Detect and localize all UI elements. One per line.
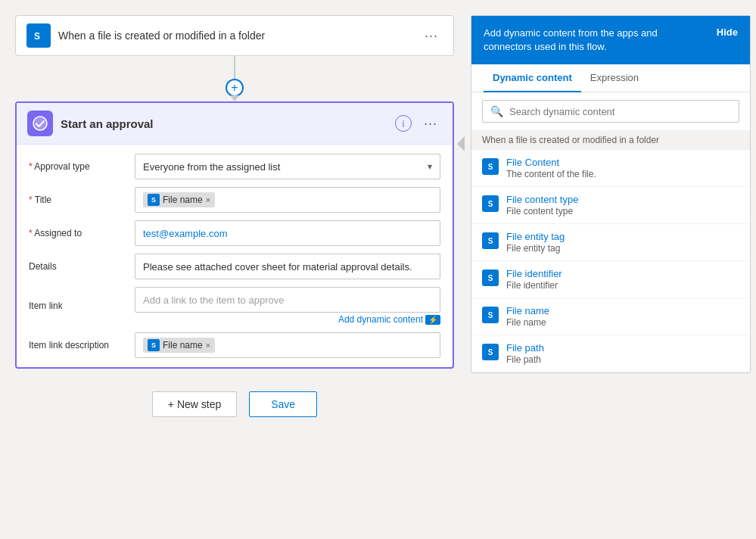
item-link-desc-chip-text: File name — [163, 340, 203, 351]
details-value: Please see attached cover sheet for mate… — [143, 261, 412, 273]
dynamic-item-text: File entity tag File entity tag — [506, 231, 565, 254]
item-link-desc-chip: S File name × — [143, 338, 215, 353]
connector-arrow — [230, 95, 239, 101]
title-chip-text: File name — [163, 195, 203, 205]
dynamic-item-icon: S — [482, 195, 499, 212]
approval-type-select[interactable]: Everyone from the assigned list ▾ — [135, 154, 440, 179]
item-link-input[interactable]: Add a link to the item to approve — [135, 287, 440, 313]
approval-type-value: Everyone from the assigned list — [143, 161, 280, 173]
title-row: Title S File name × — [29, 187, 440, 213]
item-link-desc-label: Item link description — [29, 340, 127, 351]
dynamic-item-desc: File identifier — [506, 280, 562, 291]
title-label: Title — [29, 195, 127, 205]
dynamic-item-text: File path File path — [506, 342, 544, 365]
approval-type-row: Approval type Everyone from the assigned… — [29, 154, 440, 179]
chevron-down-icon: ▾ — [428, 161, 432, 172]
save-button[interactable]: Save — [249, 391, 317, 417]
add-step-button[interactable]: + — [226, 79, 244, 97]
assigned-to-row: Assigned to test@example.com — [29, 220, 440, 246]
dynamic-item-desc: File entity tag — [506, 243, 565, 254]
search-input[interactable] — [509, 106, 731, 117]
approval-header: Start an approval i ··· — [17, 103, 453, 145]
details-input[interactable]: Please see attached cover sheet for mate… — [135, 254, 440, 279]
add-dynamic-content-link[interactable]: Add dynamic content ⚡ — [338, 314, 440, 325]
item-link-desc-chip-close[interactable]: × — [206, 341, 210, 350]
dynamic-list-item[interactable]: S File content type File content type — [471, 187, 750, 224]
dynamic-item-name: File Content — [506, 157, 596, 168]
svg-text:S: S — [34, 31, 40, 42]
assigned-to-value: test@example.com — [143, 228, 227, 239]
tab-dynamic-content[interactable]: Dynamic content — [484, 64, 581, 92]
dynamic-item-text: File identifier File identifier — [506, 268, 562, 291]
dynamic-panel-header: Add dynamic content from the apps and co… — [471, 16, 750, 64]
item-link-desc-chip-icon: S — [148, 339, 160, 351]
dynamic-item-text: File Content The content of the file. — [506, 157, 596, 179]
title-chip-close[interactable]: × — [206, 195, 210, 204]
approval-icon — [27, 111, 53, 136]
trigger-ellipsis-button[interactable]: ··· — [420, 26, 443, 45]
title-chip-icon: S — [148, 194, 160, 206]
dynamic-item-name: File name — [506, 305, 549, 316]
dynamic-item-desc: The content of the file. — [506, 169, 596, 179]
dynamic-item-desc: File path — [506, 354, 544, 365]
dynamic-item-text: File content type File content type — [506, 194, 578, 217]
tab-expression[interactable]: Expression — [581, 64, 648, 92]
panel-arrow — [457, 136, 465, 151]
panel-area: Add dynamic content from the apps and co… — [463, 15, 751, 417]
dynamic-items-list: S File Content The content of the file. … — [471, 150, 750, 372]
item-link-desc-input[interactable]: S File name × — [135, 332, 440, 358]
approval-card: Start an approval i ··· Approval type Ev… — [15, 101, 454, 369]
search-icon: 🔍 — [490, 105, 503, 117]
title-chip: S File name × — [143, 192, 215, 207]
assigned-to-label: Assigned to — [29, 228, 127, 238]
approval-info-button[interactable]: i — [395, 115, 412, 132]
dynamic-item-name: File path — [506, 342, 544, 354]
dynamic-item-icon: S — [482, 232, 499, 249]
dynamic-item-desc: File content type — [506, 206, 578, 217]
approval-title: Start an approval — [61, 117, 387, 130]
approval-type-label: Approval type — [29, 161, 127, 172]
dynamic-panel-title: Add dynamic content from the apps and co… — [484, 26, 695, 54]
dynamic-item-name: File identifier — [506, 268, 562, 279]
dynamic-badge-icon: ⚡ — [425, 315, 440, 325]
dynamic-item-icon: S — [482, 270, 499, 286]
item-link-wrapper: Add a link to the item to approve Add dy… — [135, 287, 440, 325]
approval-ellipsis-button[interactable]: ··· — [419, 114, 442, 133]
dynamic-list-item[interactable]: S File name File name — [471, 298, 750, 335]
details-label: Details — [29, 261, 127, 272]
trigger-title: When a file is created or modified in a … — [58, 30, 412, 42]
details-row: Details Please see attached cover sheet … — [29, 254, 440, 279]
dynamic-section-label: When a file is created or modified in a … — [471, 130, 750, 150]
dynamic-search-area: 🔍 — [471, 92, 750, 130]
dynamic-item-icon: S — [482, 344, 499, 360]
new-step-button[interactable]: + New step — [152, 391, 237, 417]
svg-point-2 — [33, 117, 47, 130]
dynamic-item-name: File entity tag — [506, 231, 565, 242]
connector: + — [226, 56, 244, 101]
dynamic-panel-tabs: Dynamic content Expression — [471, 64, 750, 92]
assigned-to-input[interactable]: test@example.com — [135, 220, 440, 246]
dynamic-list-item[interactable]: S File entity tag File entity tag — [471, 224, 750, 261]
dynamic-content-panel: Add dynamic content from the apps and co… — [471, 15, 751, 373]
dynamic-item-icon: S — [482, 307, 499, 323]
trigger-card: S When a file is created or modified in … — [15, 15, 454, 56]
action-buttons: + New step Save — [152, 391, 317, 417]
hide-panel-button[interactable]: Hide — [717, 26, 738, 38]
search-box[interactable]: 🔍 — [482, 100, 739, 123]
dynamic-item-icon: S — [482, 158, 499, 175]
dynamic-list-item[interactable]: S File path File path — [471, 335, 750, 372]
item-link-placeholder: Add a link to the item to approve — [143, 294, 284, 306]
connector-line-top — [234, 56, 235, 79]
item-link-label: Item link — [29, 301, 127, 311]
item-link-row: Item link Add a link to the item to appr… — [29, 287, 440, 325]
add-dynamic-content-label: Add dynamic content — [338, 314, 423, 325]
approval-body: Approval type Everyone from the assigned… — [17, 145, 453, 367]
trigger-icon: S — [26, 23, 51, 48]
title-input[interactable]: S File name × — [135, 187, 440, 213]
item-link-desc-row: Item link description S File name × — [29, 332, 440, 358]
dynamic-list-item[interactable]: S File Content The content of the file. — [471, 150, 750, 187]
dynamic-item-name: File content type — [506, 194, 578, 205]
dynamic-item-text: File name File name — [506, 305, 549, 328]
dynamic-list-item[interactable]: S File identifier File identifier — [471, 261, 750, 298]
dynamic-item-desc: File name — [506, 317, 549, 328]
